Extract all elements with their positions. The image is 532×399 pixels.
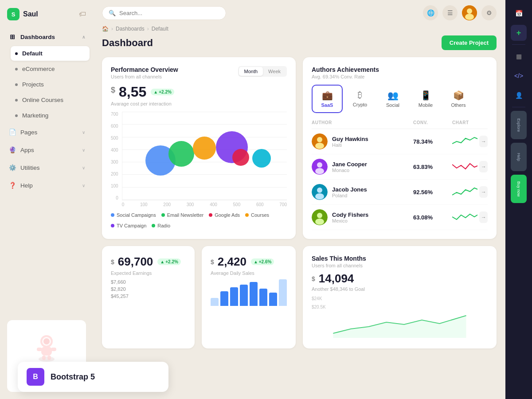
sidebar-item-pages[interactable]: 📄 Pages ∨ [4, 124, 90, 141]
daily-sales-badge: ▲ +2.6% [251, 258, 274, 265]
tab-saas[interactable]: 💼 SaaS [312, 85, 343, 113]
rp-calendar-icon[interactable]: 📅 [511, 5, 527, 21]
svg-point-17 [315, 168, 324, 174]
author-row-jane: Jane Cooper Monaco 63.83% → [312, 154, 488, 180]
tab-mobile[interactable]: 📱 Mobile [410, 85, 441, 113]
sidebar-item-apps[interactable]: 🔮 Apps ∨ [4, 141, 90, 158]
user-avatar[interactable] [462, 5, 477, 20]
content-area: 🏠 › Dashboards › Default Dashboard Creat… [93, 26, 505, 399]
legend-label-courses: Courses [251, 212, 269, 218]
chart-guy [452, 135, 477, 148]
sidebar-item-help[interactable]: ❓ Help ∨ [4, 177, 90, 194]
sidebar-item-projects[interactable]: Projects [11, 77, 90, 92]
explore-button[interactable]: Explore [511, 111, 527, 139]
sidebar-item-utilities[interactable]: ⚙️ Utilities ∨ [4, 159, 90, 176]
tab-social[interactable]: 👥 Social [377, 85, 408, 113]
astronaut-illustration [14, 327, 79, 363]
sidebar-label-apps: Apps [20, 147, 34, 153]
conv-guy: 78.34% [413, 138, 449, 145]
chart-jacob [452, 185, 477, 199]
crypto-tab-icon: ₿ [358, 90, 362, 100]
search-input[interactable] [119, 10, 219, 16]
view-btn-jacob[interactable]: → [479, 186, 488, 198]
sidebar-item-default[interactable]: Default [11, 46, 90, 61]
earnings-currency: $ [111, 258, 114, 266]
sidebar-logo: S Saul [7, 8, 38, 20]
legend-label-google: Google Ads [215, 212, 240, 218]
chart-legend: Social Campaigns Email Newsletter Google… [111, 212, 287, 228]
sidebar-item-online-courses[interactable]: Online Courses [11, 93, 90, 107]
author-name-jacob: Jacob Jones [332, 186, 367, 193]
sidebar-item-dashboards[interactable]: ⊞ Dashboards ∧ [4, 28, 90, 45]
sidebar-header: S Saul 🏷 [0, 0, 93, 28]
svg-rect-7 [47, 356, 51, 360]
breadcrumb-sep2: › [147, 26, 149, 32]
sales-months-value: $ 14,094 [312, 272, 354, 286]
breadcrumb-dashboards[interactable]: Dashboards [116, 26, 145, 32]
earnings-line1: $7,660 [111, 279, 186, 285]
menu-icon[interactable]: ☰ [442, 5, 458, 20]
sidebar-item-marketing[interactable]: Marketing [11, 108, 90, 123]
bar-8 [279, 279, 287, 306]
avatar-jane [312, 159, 328, 175]
saas-tab-icon: 💼 [322, 90, 333, 101]
bootstrap-text: Bootstrap 5 [51, 372, 95, 382]
create-project-button[interactable]: Create Project [442, 35, 497, 50]
rp-code-icon[interactable]: </> [511, 68, 527, 84]
col-conv: CONV. [413, 120, 449, 125]
sales-months-title: Sales This Months [312, 255, 488, 262]
daily-sales-label: Average Daily Sales [211, 270, 287, 276]
search-icon: 🔍 [109, 10, 116, 16]
author-location-guy: Haiti [332, 142, 368, 148]
daily-currency: $ [211, 258, 214, 266]
sidebar-label-online-courses: Online Courses [22, 97, 63, 103]
help-button[interactable]: Help [511, 143, 527, 171]
buy-now-button[interactable]: Buy now [511, 175, 527, 203]
legend-dot-google [209, 213, 212, 217]
legend-tv: TV Campaign [111, 223, 146, 228]
tab-crypto[interactable]: ₿ Crypto [344, 85, 376, 113]
chart-cody [452, 211, 477, 224]
notification-icon[interactable]: 🌐 [423, 5, 438, 20]
stats-row: $ 69,700 ▲ +2.2% Expected Earnings $7,66… [102, 246, 296, 348]
bubble-chart [122, 112, 287, 200]
month-toggle-button[interactable]: Month [239, 67, 263, 76]
bubble-email [168, 141, 194, 167]
week-toggle-button[interactable]: Week [263, 67, 286, 76]
y-600: 600 [111, 124, 118, 129]
sidebar-label-ecommerce: eCommerce [22, 66, 55, 72]
rp-plus-icon[interactable]: + [511, 25, 527, 41]
sidebar-label-projects: Projects [22, 81, 44, 88]
legend-courses: Courses [245, 212, 269, 218]
svg-point-22 [317, 213, 322, 218]
earnings-badge: ▲ +2.2% [157, 258, 181, 265]
search-box[interactable]: 🔍 [102, 6, 226, 20]
utilities-chevron-icon: ∨ [82, 165, 85, 170]
svg-point-11 [465, 14, 474, 20]
sidebar-item-ecommerce[interactable]: eCommerce [11, 62, 90, 76]
col-chart: CHART [452, 120, 488, 125]
tab-others[interactable]: 📦 Others [443, 85, 474, 113]
view-btn-cody[interactable]: → [479, 211, 488, 223]
view-btn-jane[interactable]: → [479, 161, 488, 172]
legend-label-tv: TV Campaign [117, 223, 146, 228]
svg-rect-3 [41, 347, 52, 356]
legend-radio: Radio [152, 223, 170, 228]
svg-point-23 [315, 219, 324, 225]
rp-user-icon[interactable]: 👤 [511, 87, 527, 103]
settings-icon[interactable]: ⚙ [481, 5, 497, 20]
sidebar-pin-icon[interactable]: 🏷 [79, 10, 86, 18]
view-btn-guy[interactable]: → [479, 136, 488, 147]
author-name-jane: Jane Cooper [332, 161, 367, 168]
performance-title: Performance Overview [111, 66, 178, 73]
rp-grid-icon[interactable]: ▦ [511, 48, 527, 64]
earnings-line3: $45,257 [111, 293, 186, 299]
sidebar-label-marketing: Marketing [22, 112, 48, 119]
bubble-radio [252, 149, 271, 168]
breadcrumb: 🏠 › Dashboards › Default [102, 26, 497, 32]
author-location-jane: Monaco [332, 168, 367, 173]
y-label-24k: $24K [312, 296, 488, 301]
others-tab-label: Others [451, 102, 466, 108]
topbar-right: 🌐 ☰ ⚙ [423, 5, 497, 20]
sales-chart [312, 311, 488, 338]
